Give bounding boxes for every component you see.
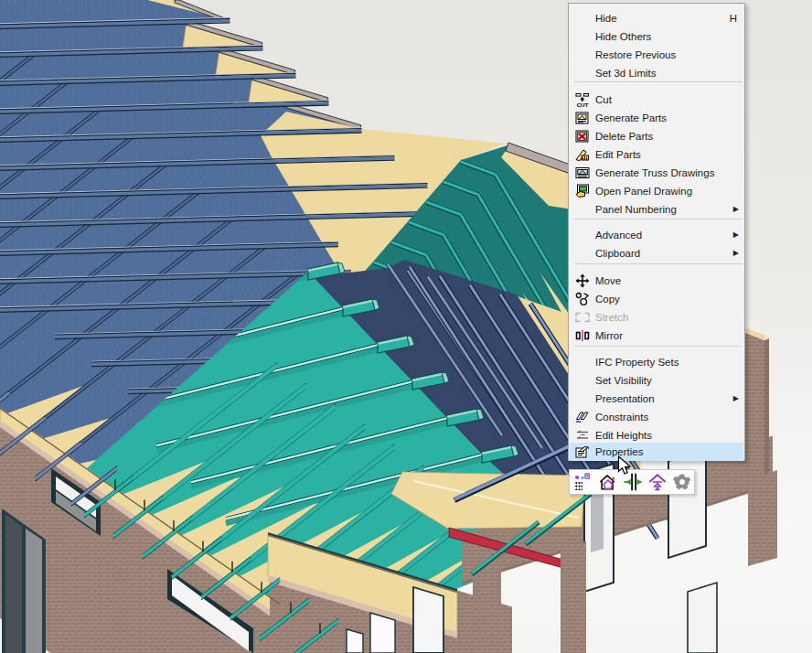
svg-text:CUT: CUT [577, 102, 589, 108]
